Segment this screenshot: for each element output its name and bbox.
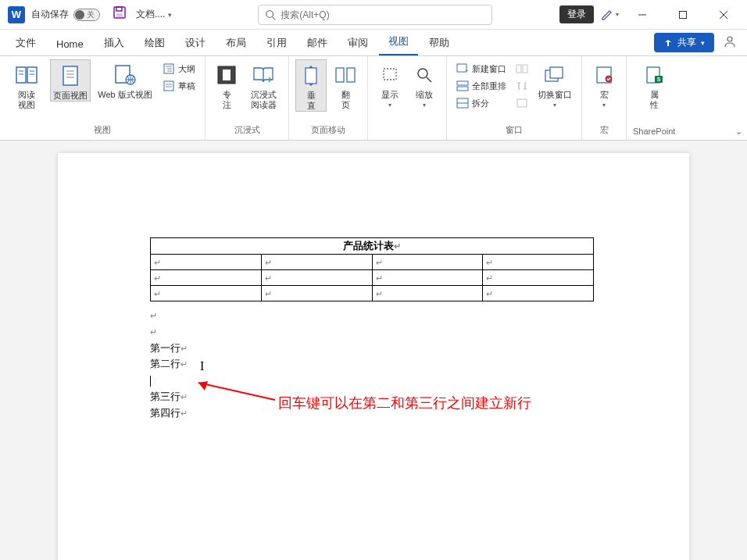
focus-button[interactable]: 专 注	[212, 59, 241, 110]
para-mark: ↵	[180, 344, 188, 353]
svg-rect-30	[223, 70, 231, 80]
focus-icon	[214, 62, 239, 87]
line-2: 第二行↵I	[150, 356, 644, 373]
search-field[interactable]	[281, 9, 485, 20]
para-mark: ↵	[154, 289, 161, 298]
arrange-all-label: 全部重排	[472, 80, 506, 92]
para-mark: ↵	[376, 289, 383, 298]
word-app-icon: W	[8, 6, 25, 23]
arrange-all-button[interactable]: 全部重排	[453, 78, 509, 94]
immersive-reader-label: 沉浸式 阅读器	[251, 90, 277, 110]
svg-rect-31	[306, 68, 316, 84]
table-row[interactable]: ↵↵↵↵	[151, 286, 594, 301]
login-button[interactable]: 登录	[559, 5, 594, 23]
table-title-cell[interactable]: 产品统计表↵	[151, 238, 594, 255]
autosave-toggle[interactable]: 关	[73, 9, 100, 21]
vertical-label: 垂 直	[307, 91, 316, 111]
view-side-button[interactable]	[513, 61, 531, 77]
svg-rect-2	[116, 13, 123, 17]
tab-insert[interactable]: 插入	[95, 30, 134, 55]
svg-rect-10	[16, 67, 26, 83]
zoom-dropdown[interactable]: 缩放 ▾	[409, 59, 440, 109]
tab-home[interactable]: Home	[47, 33, 93, 55]
table-row[interactable]: ↵↵↵↵	[151, 270, 594, 286]
properties-button[interactable]: S 属 性	[636, 59, 672, 110]
svg-rect-33	[347, 68, 355, 82]
split-button[interactable]: 拆分	[453, 95, 509, 111]
table-row[interactable]: ↵↵↵↵	[151, 255, 594, 270]
ribbon-group-views: 阅读 视图 页面视图 Web 版式视图 大纲 草稿 视图	[0, 56, 206, 140]
document-page[interactable]: 产品统计表↵ ↵↵↵↵ ↵↵↵↵ ↵↵↵↵ ↵ ↵ 第一行↵ 第二行↵I ↵ 第…	[58, 153, 689, 560]
search-input[interactable]	[258, 5, 492, 25]
save-icon[interactable]	[113, 5, 127, 23]
svg-rect-47	[550, 67, 563, 78]
svg-point-49	[606, 76, 612, 82]
document-workspace[interactable]: 产品统计表↵ ↵↵↵↵ ↵↵↵↵ ↵↵↵↵ ↵ ↵ 第一行↵ 第二行↵I ↵ 第…	[0, 141, 747, 560]
product-table[interactable]: 产品统计表↵ ↵↵↵↵ ↵↵↵↵ ↵↵↵↵	[150, 237, 594, 301]
para-mark: ↵	[180, 359, 188, 369]
views-stack: 大纲 草稿	[159, 59, 198, 94]
para-mark: ↵	[150, 311, 157, 320]
vertical-button[interactable]: 垂 直	[295, 59, 327, 112]
group-window-label: 窗口	[506, 124, 523, 138]
tab-help[interactable]: 帮助	[420, 30, 459, 55]
new-window-label: 新建窗口	[472, 63, 506, 75]
read-mode-button[interactable]: 阅读 视图	[6, 59, 47, 110]
ribbon-collapse-icon[interactable]: ⌄	[735, 127, 742, 137]
para-mark: ↵	[376, 273, 383, 283]
tab-references[interactable]: 引用	[257, 30, 296, 55]
side-to-side-button[interactable]: 翻 页	[330, 59, 361, 110]
pen-icon[interactable]: ▾	[600, 8, 619, 22]
draft-button[interactable]: 草稿	[159, 78, 198, 94]
show-dropdown[interactable]: 显示 ▾	[374, 59, 406, 109]
reset-window-button[interactable]	[513, 95, 531, 111]
window-stack-2	[513, 59, 531, 111]
minimize-button[interactable]	[625, 3, 659, 27]
titlebar-right: 登录 ▾	[559, 3, 747, 27]
svg-rect-1	[116, 7, 122, 11]
svg-rect-16	[63, 66, 77, 85]
tab-mailings[interactable]: 邮件	[298, 30, 337, 55]
immersive-reader-button[interactable]: 沉浸式 阅读器	[245, 59, 282, 110]
print-layout-button[interactable]: 页面视图	[50, 59, 91, 102]
svg-marker-54	[198, 381, 208, 391]
tab-file[interactable]: 文件	[6, 30, 45, 55]
web-layout-button[interactable]: Web 版式视图	[94, 59, 156, 100]
person-icon[interactable]	[724, 35, 736, 51]
outline-button[interactable]: 大纲	[159, 61, 198, 77]
para-mark: ↵	[150, 327, 157, 337]
sync-scroll-button[interactable]	[513, 78, 531, 94]
properties-label: 属 性	[650, 90, 659, 110]
para-mark: ↵	[265, 258, 272, 267]
tab-view[interactable]: 视图	[379, 29, 418, 55]
read-mode-label: 阅读 视图	[18, 90, 35, 110]
para-mark: ↵	[394, 241, 401, 251]
new-window-button[interactable]: +新建窗口	[453, 61, 509, 77]
chevron-down-icon: ▾	[168, 11, 172, 19]
switch-windows-dropdown[interactable]: 切换窗口 ▾	[534, 59, 575, 109]
share-icon	[663, 38, 673, 48]
tab-design[interactable]: 设计	[176, 30, 215, 55]
tab-draw[interactable]: 绘图	[135, 30, 174, 55]
svg-rect-45	[517, 99, 527, 107]
chevron-down-icon: ▾	[701, 39, 705, 47]
side-to-side-label: 翻 页	[341, 90, 350, 110]
chevron-down-icon: ▾	[423, 102, 426, 109]
svg-rect-11	[27, 67, 37, 83]
split-icon	[456, 97, 469, 109]
line-2-text: 第二行	[150, 358, 180, 369]
tab-review[interactable]: 审阅	[338, 30, 377, 55]
tab-layout[interactable]: 布局	[216, 30, 256, 55]
close-button[interactable]	[706, 3, 741, 27]
group-immersive-label: 沉浸式	[234, 124, 260, 138]
chevron-down-icon: ▾	[553, 102, 556, 109]
document-title[interactable]: 文档.... ▾	[136, 8, 172, 21]
share-button[interactable]: 共享 ▾	[654, 33, 714, 52]
focus-label: 专 注	[223, 90, 231, 110]
svg-point-35	[418, 69, 427, 78]
line-3-text: 第三行	[150, 391, 180, 402]
ribbon-group-sharepoint: S 属 性 SharePoint	[627, 56, 681, 140]
empty-para: ↵	[150, 324, 644, 341]
macros-dropdown[interactable]: 宏 ▾	[588, 59, 620, 109]
maximize-button[interactable]	[666, 3, 700, 27]
